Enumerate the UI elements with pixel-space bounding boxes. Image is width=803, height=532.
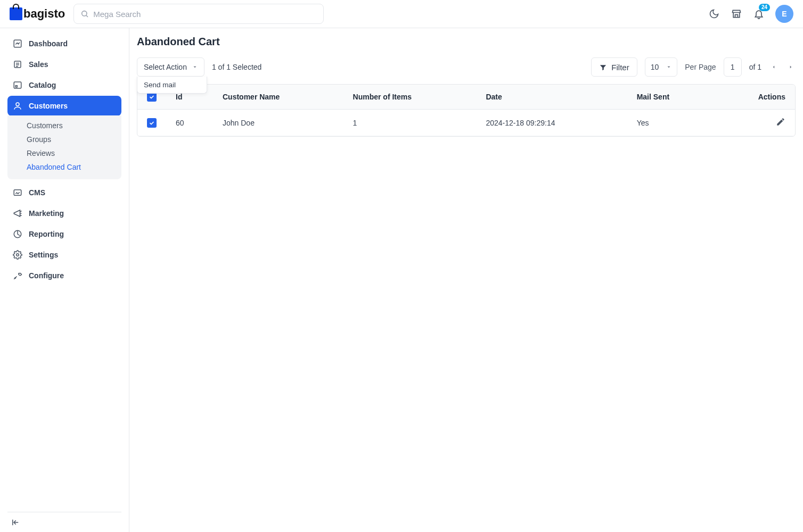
select-action-dropdown: Send mail: [137, 77, 207, 94]
table-row: 60 John Doe 1 2024-12-18 09:29:14 Yes: [137, 110, 795, 136]
chevron-down-icon: [192, 64, 198, 70]
cell-id: 60: [166, 110, 213, 136]
select-action-label: Select Action: [144, 63, 187, 71]
pager-prev[interactable]: [769, 61, 779, 73]
col-actions: Actions: [716, 85, 795, 110]
sidebar-item-customers[interactable]: Customers: [7, 96, 121, 116]
settings-icon: [13, 250, 22, 260]
svg-point-9: [16, 103, 19, 106]
svg-point-0: [82, 11, 87, 16]
select-action: Select Action Send mail: [137, 57, 204, 77]
sidebar-item-settings[interactable]: Settings: [7, 245, 121, 265]
sidebar-sub-abandoned-cart[interactable]: Abandoned Cart: [7, 160, 121, 174]
store-icon: [731, 9, 742, 19]
toolbar-right: Filter 10 Per Page of 1: [591, 57, 796, 77]
catalog-icon: [13, 80, 22, 90]
svg-point-15: [17, 254, 19, 256]
search-box[interactable]: [73, 4, 324, 24]
check-icon: [149, 120, 155, 126]
customers-icon: [13, 101, 22, 111]
configure-icon: [13, 271, 22, 280]
select-action-button[interactable]: Select Action: [137, 57, 204, 77]
brand-logo[interactable]: bagisto: [10, 7, 65, 21]
of-pages: of 1: [749, 63, 761, 71]
row-checkbox[interactable]: [147, 118, 157, 128]
avatar-initial: E: [782, 10, 786, 18]
filter-button[interactable]: Filter: [591, 57, 637, 77]
brand-text: bagisto: [23, 7, 65, 21]
sidebar-item-cms[interactable]: CMS: [7, 182, 121, 203]
check-icon: [149, 94, 155, 100]
cell-customer: John Doe: [213, 110, 343, 136]
sidebar-item-label: Settings: [29, 251, 58, 259]
sidebar-item-label: Marketing: [29, 209, 64, 218]
chevron-left-icon: [771, 64, 776, 70]
per-page-label: Per Page: [685, 63, 716, 71]
col-customer-name[interactable]: Customer Name: [213, 85, 343, 110]
topbar: bagisto 24 E: [0, 0, 803, 28]
table: Id Customer Name Number of Items Date Ma…: [137, 84, 796, 137]
sidebar-item-label: Configure: [29, 271, 64, 280]
sales-icon: [13, 60, 22, 69]
sidebar-item-label: Dashboard: [29, 39, 68, 48]
sidebar-sub-customers[interactable]: Customers: [7, 119, 121, 132]
sidebar-item-label: Reporting: [29, 230, 64, 238]
search-input[interactable]: [93, 10, 317, 19]
cell-date: 2024-12-18 09:29:14: [476, 110, 627, 136]
avatar[interactable]: E: [775, 5, 793, 23]
col-number-items[interactable]: Number of Items: [343, 85, 477, 110]
dropdown-item-send-mail[interactable]: Send mail: [137, 77, 207, 93]
dark-mode-toggle[interactable]: [708, 8, 720, 20]
sidebar-sub-reviews[interactable]: Reviews: [7, 146, 121, 160]
sidebar-item-label: Customers: [29, 102, 68, 110]
notification-badge: 24: [759, 4, 770, 11]
edit-button[interactable]: [776, 120, 785, 128]
cms-icon: [13, 188, 22, 197]
sidebar: Dashboard Sales Catalog Customers Custom…: [0, 28, 129, 532]
sidebar-item-label: Sales: [29, 60, 48, 69]
cell-items: 1: [343, 110, 477, 136]
per-page-value: 10: [651, 63, 659, 71]
svg-rect-8: [15, 86, 17, 87]
customers-subnav: Customers Groups Reviews Abandoned Cart: [7, 115, 121, 179]
reporting-icon: [13, 229, 22, 239]
filter-label: Filter: [611, 63, 629, 72]
sidebar-item-marketing[interactable]: Marketing: [7, 203, 121, 223]
toolbar: Select Action Send mail 1 of 1 Selected …: [137, 57, 796, 77]
sidebar-item-label: Catalog: [29, 81, 56, 89]
chevron-right-icon: [788, 64, 793, 70]
bag-icon: [10, 7, 22, 20]
table-header-row: Id Customer Name Number of Items Date Ma…: [137, 85, 795, 110]
selection-text: 1 of 1 Selected: [212, 63, 261, 71]
svg-rect-10: [14, 190, 21, 196]
page-input[interactable]: [724, 57, 742, 77]
pager-next[interactable]: [786, 61, 796, 73]
content: Abandoned Cart Select Action Send mail 1…: [129, 28, 803, 532]
sidebar-item-sales[interactable]: Sales: [7, 54, 121, 74]
sidebar-collapse[interactable]: [7, 512, 121, 532]
marketing-icon: [13, 209, 22, 218]
sidebar-item-configure[interactable]: Configure: [7, 265, 121, 286]
col-mail-sent[interactable]: Mail Sent: [627, 85, 716, 110]
notifications-button[interactable]: 24: [753, 8, 765, 20]
col-date[interactable]: Date: [476, 85, 627, 110]
svg-point-16: [15, 278, 16, 279]
filter-icon: [599, 63, 607, 71]
sidebar-item-catalog[interactable]: Catalog: [7, 75, 121, 95]
svg-line-1: [86, 15, 88, 17]
topbar-icons: 24 E: [708, 5, 793, 23]
pencil-icon: [776, 117, 785, 127]
sidebar-sub-groups[interactable]: Groups: [7, 132, 121, 146]
sidebar-item-label: CMS: [29, 188, 45, 197]
search-icon: [80, 10, 89, 18]
dashboard-icon: [13, 39, 22, 48]
sidebar-item-reporting[interactable]: Reporting: [7, 224, 121, 244]
per-page-select[interactable]: 10: [645, 57, 678, 77]
moon-icon: [709, 9, 719, 19]
collapse-icon: [11, 518, 20, 527]
sidebar-item-dashboard[interactable]: Dashboard: [7, 34, 121, 54]
chevron-down-icon: [666, 64, 671, 70]
page-title: Abandoned Cart: [137, 36, 796, 48]
store-link[interactable]: [731, 8, 742, 20]
cell-mail-sent: Yes: [627, 110, 716, 136]
